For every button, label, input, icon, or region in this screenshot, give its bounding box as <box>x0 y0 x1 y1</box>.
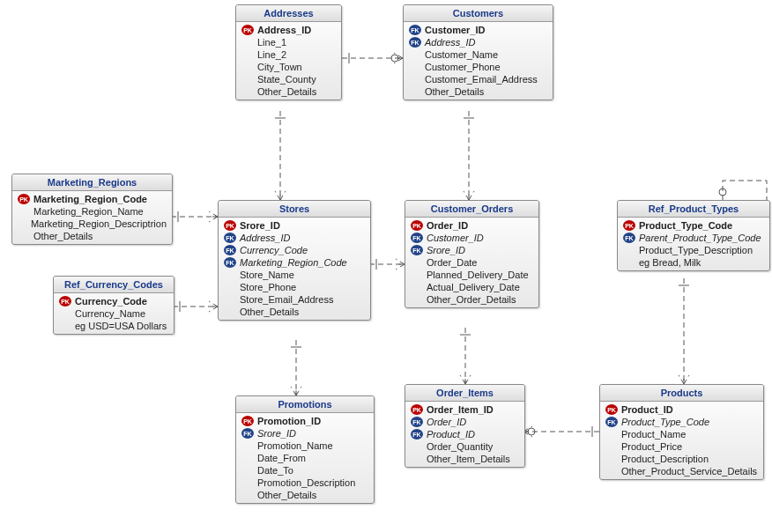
attribute-row: FKCustomer_ID <box>404 24 553 36</box>
attribute-row: State_County <box>236 73 341 85</box>
attribute-name: Product_Price <box>621 441 682 452</box>
primary-key-icon: PK <box>411 404 423 415</box>
attribute-name: State_County <box>257 74 316 85</box>
attribute-row: City_Town <box>236 61 341 73</box>
entity-title: Stores <box>219 201 370 218</box>
attribute-name: Date_To <box>257 465 293 476</box>
attribute-name: Other_Item_Details <box>427 454 510 464</box>
attribute-row: FKMarketing_Region_Code <box>219 256 370 269</box>
attribute-row: FKAddress_ID <box>404 36 553 48</box>
attribute-name: Currency_Name <box>75 308 145 319</box>
entity-title: Addresses <box>236 5 341 22</box>
attribute-name: Currency_Code <box>240 245 308 255</box>
primary-key-icon: PK <box>59 296 71 307</box>
foreign-key-icon: FK <box>605 417 618 427</box>
no-key-icon <box>59 321 71 331</box>
attribute-row: Product_Description <box>600 453 763 465</box>
attribute-row: PKCurrency_Code <box>54 295 174 307</box>
attribute-list: PKCurrency_CodeCurrency_Nameeg USD=USA D… <box>54 293 174 334</box>
no-key-icon <box>605 441 618 452</box>
attribute-name: Address_ID <box>257 25 311 35</box>
entity-title: Customer_Orders <box>405 201 538 218</box>
attribute-row: Line_1 <box>236 36 341 48</box>
attribute-name: Address_ID <box>425 37 475 48</box>
entity-order_items: Order_ItemsPKOrder_Item_IDFKOrder_IDFKPr… <box>405 384 525 468</box>
no-key-icon <box>411 257 423 268</box>
foreign-key-icon: FK <box>224 233 236 243</box>
primary-key-icon: PK <box>224 220 236 231</box>
attribute-name: Customer_ID <box>425 25 485 35</box>
attribute-row: FKAddress_ID <box>219 232 370 244</box>
no-key-icon <box>18 206 30 217</box>
attribute-name: Product_Type_Description <box>639 245 753 255</box>
attribute-list: PKAddress_IDLine_1Line_2City_TownState_C… <box>236 22 341 100</box>
no-key-icon <box>241 490 254 500</box>
attribute-name: Planned_Delivery_Date <box>427 270 529 280</box>
attribute-row: Other_Details <box>404 85 553 98</box>
attribute-row: Product_Price <box>600 440 763 453</box>
attribute-name: Order_Date <box>427 257 477 268</box>
primary-key-icon: PK <box>241 25 254 35</box>
attribute-row: FKCustomer_ID <box>405 232 538 244</box>
attribute-row: Other_Details <box>236 85 341 98</box>
attribute-list: FKCustomer_IDFKAddress_IDCustomer_NameCu… <box>404 22 553 100</box>
attribute-name: Other_Details <box>240 307 299 317</box>
svg-point-22 <box>528 428 535 435</box>
primary-key-icon: PK <box>18 194 30 204</box>
attribute-name: Marketing_Region_Name <box>33 206 144 217</box>
attribute-name: Marketing_Region_Code <box>240 257 347 268</box>
foreign-key-icon: FK <box>224 245 236 255</box>
attribute-name: Date_From <box>257 453 306 463</box>
attribute-name: Promotion_Name <box>257 440 333 451</box>
attribute-row: Other_Details <box>12 230 172 242</box>
svg-point-5 <box>391 55 398 62</box>
attribute-name: Store_Name <box>240 270 294 280</box>
attribute-name: Currency_Code <box>75 296 147 307</box>
attribute-name: Customer_Phone <box>425 62 501 72</box>
attribute-name: eg USD=USA Dollars <box>75 321 167 331</box>
attribute-row: Currency_Name <box>54 307 174 320</box>
attribute-row: Customer_Phone <box>404 61 553 73</box>
entity-title: Promotions <box>236 396 374 413</box>
attribute-row: Store_Phone <box>219 281 370 293</box>
attribute-row: PKSrore_ID <box>219 219 370 232</box>
no-key-icon <box>241 74 254 85</box>
attribute-name: Product_Name <box>621 429 686 440</box>
attribute-name: Store_Phone <box>240 282 296 292</box>
no-key-icon <box>411 294 423 305</box>
attribute-name: Other_Details <box>257 86 316 97</box>
no-key-icon <box>409 62 421 72</box>
attribute-row: Other_Product_Service_Details <box>600 465 763 477</box>
foreign-key-icon: FK <box>411 233 423 243</box>
no-key-icon <box>241 62 254 72</box>
attribute-name: Promotion_ID <box>257 416 321 426</box>
attribute-row: Store_Email_Address <box>219 293 370 306</box>
primary-key-icon: PK <box>241 416 254 426</box>
attribute-name: Marketing_Region_Descriptrion <box>31 218 167 229</box>
no-key-icon <box>224 282 236 292</box>
no-key-icon <box>224 294 236 305</box>
primary-key-icon: PK <box>623 220 635 231</box>
entity-title: Marketing_Regions <box>12 174 172 191</box>
foreign-key-icon: FK <box>411 429 423 440</box>
attribute-list: PKPromotion_IDFKSrore_IDPromotion_NameDa… <box>236 413 374 503</box>
attribute-list: PKMarketing_Region_CodeMarketing_Region_… <box>12 191 172 244</box>
attribute-name: Other_Order_Details <box>427 294 516 305</box>
attribute-list: PKSrore_IDFKAddress_IDFKCurrency_CodeFKM… <box>219 218 370 320</box>
attribute-name: Other_Details <box>257 490 316 500</box>
primary-key-icon: PK <box>411 220 423 231</box>
entity-promotions: PromotionsPKPromotion_IDFKSrore_IDPromot… <box>235 395 375 504</box>
attribute-row: FKOrder_ID <box>405 416 524 428</box>
attribute-row: PKOrder_Item_ID <box>405 403 524 416</box>
entity-addresses: AddressesPKAddress_IDLine_1Line_2City_To… <box>235 4 342 100</box>
attribute-name: Actual_Delivery_Date <box>427 282 520 292</box>
no-key-icon <box>605 454 618 464</box>
attribute-row: Customer_Name <box>404 48 553 61</box>
no-key-icon <box>409 49 421 60</box>
attribute-row: Promotion_Name <box>236 440 374 452</box>
attribute-row: PKProduct_ID <box>600 403 763 416</box>
attribute-row: FKParent_Product_Type_Code <box>618 232 769 244</box>
entity-customer_orders: Customer_OrdersPKOrder_IDFKCustomer_IDFK… <box>405 200 539 308</box>
attribute-name: Marketing_Region_Code <box>33 194 147 204</box>
attribute-row: Order_Date <box>405 256 538 269</box>
